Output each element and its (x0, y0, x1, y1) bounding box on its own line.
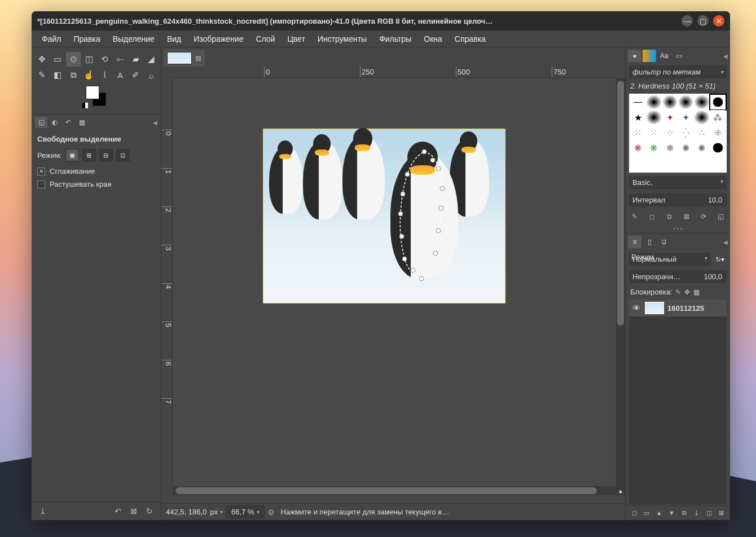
text-tool-icon[interactable]: A (113, 68, 128, 82)
paintbrush-tool-icon[interactable]: ✎ (35, 68, 50, 82)
navigation-icon[interactable]: ▲ (616, 486, 625, 495)
history-tab-icon[interactable]: ▭ (672, 50, 685, 62)
mode-subtract-icon[interactable]: ⊟ (99, 149, 113, 161)
close-button[interactable]: ✕ (713, 15, 724, 27)
dock-menu-icon[interactable]: ◀ (723, 53, 728, 59)
mask-layer-icon[interactable]: ◫ (704, 508, 714, 518)
raise-layer-icon[interactable]: ▲ (654, 508, 664, 518)
brush-item[interactable]: ⁙ (646, 125, 661, 140)
layer-row[interactable]: 👁 160112125 (629, 300, 727, 316)
mode-intersect-icon[interactable]: ⊡ (116, 149, 130, 161)
layer-thumbnail[interactable] (645, 302, 664, 314)
delete-preset-icon[interactable]: ⊠ (128, 505, 139, 517)
brush-item[interactable]: ❋ (646, 140, 661, 155)
dock-menu-icon[interactable]: ◀ (723, 239, 728, 245)
layer-opacity-field[interactable]: Непрозрачн… 100,0 (629, 270, 727, 283)
new-brush-icon[interactable]: ◻ (647, 211, 658, 222)
unit-selector[interactable]: px▾ (210, 508, 223, 516)
free-select-tool-icon[interactable]: ⊙ (66, 52, 81, 67)
layer-visibility-icon[interactable]: 👁 (631, 303, 641, 312)
brush-item[interactable]: ⁙ (630, 125, 645, 140)
mode-switch-icon[interactable]: ↻▾ (713, 253, 727, 266)
menu-colors[interactable]: Цвет (283, 32, 309, 46)
titlebar[interactable]: *[160112125613_penguins_walking_624x460_… (32, 11, 730, 30)
menu-select[interactable]: Выделение (108, 32, 159, 46)
edit-brush-icon[interactable]: ✎ (629, 211, 640, 222)
duplicate-brush-icon[interactable]: ⧉ (663, 211, 675, 222)
brush-item[interactable] (710, 140, 726, 155)
refresh-brushes-icon[interactable]: ⟳ (698, 211, 709, 222)
mode-add-icon[interactable]: ⊞ (82, 149, 96, 161)
menu-edit[interactable]: Правка (69, 32, 104, 46)
brush-item[interactable]: ⁜ (710, 125, 726, 140)
vertical-scrollbar[interactable] (616, 78, 625, 486)
device-status-tab-icon[interactable]: ◐ (49, 117, 61, 128)
new-group-icon[interactable]: ▭ (641, 508, 652, 518)
color-picker-tool-icon[interactable]: ✐ (129, 68, 143, 82)
brush-grid[interactable]: — ★ ✦ ✦ ⁂ ⁙ ⁙ ⁘ ⁛ ∴ ⁜ ❋ ❋ ❋ (629, 94, 727, 173)
menu-tools[interactable]: Инструменты (313, 32, 371, 46)
brush-item[interactable]: ❋ (630, 140, 645, 155)
fg-color-swatch[interactable] (86, 86, 99, 99)
horizontal-ruler[interactable]: 0 250 500 750 (173, 67, 616, 78)
brush-item[interactable]: ⁛ (678, 125, 693, 140)
paths-tab-icon[interactable]: ⫑ (657, 236, 671, 248)
brush-item[interactable]: ✺ (694, 140, 709, 155)
brush-item[interactable]: ❋ (662, 140, 678, 155)
brush-item[interactable]: ⁘ (662, 125, 678, 140)
antialias-checkbox[interactable]: Сглаживание (37, 167, 155, 175)
menu-file[interactable]: Файл (37, 32, 65, 46)
brush-item[interactable]: ⁂ (710, 110, 726, 125)
brush-item[interactable]: ✦ (662, 110, 678, 125)
zoom-tool-icon[interactable]: ⌕ (144, 68, 159, 82)
smudge-tool-icon[interactable]: ☝ (82, 68, 96, 82)
image-tab[interactable]: ⊠ (164, 50, 205, 67)
layers-tab-icon[interactable]: ≡ (628, 236, 641, 248)
rect-select-tool-icon[interactable]: ▭ (51, 52, 65, 67)
patterns-tab-icon[interactable] (643, 50, 656, 62)
default-colors-icon[interactable] (82, 103, 88, 108)
menu-image[interactable]: Изображение (189, 32, 248, 46)
mode-replace-icon[interactable]: ▣ (65, 149, 79, 161)
tab-close-icon[interactable]: ⊠ (195, 54, 201, 63)
delete-brush-icon[interactable]: ⊠ (681, 211, 692, 222)
brush-item[interactable] (646, 110, 661, 125)
brush-item[interactable] (662, 95, 678, 109)
move-tool-icon[interactable]: ✥ (35, 52, 50, 67)
tool-options-tab-icon[interactable]: ◱ (35, 117, 47, 128)
menu-layer[interactable]: Слой (251, 32, 279, 46)
brush-item[interactable]: — (630, 95, 645, 109)
color-swatch[interactable] (82, 86, 111, 108)
eraser-tool-icon[interactable]: ◧ (51, 68, 65, 82)
duplicate-layer-icon[interactable]: ⧉ (679, 508, 689, 518)
vertical-ruler[interactable]: 0 1 2 3 4 5 6 7 (161, 78, 173, 486)
brush-item[interactable]: ✺ (678, 140, 693, 155)
horizontal-scrollbar[interactable] (173, 486, 616, 495)
lock-pixels-icon[interactable]: ✎ (675, 288, 681, 296)
new-layer-icon[interactable]: ◻ (629, 508, 639, 518)
brush-item[interactable] (678, 95, 693, 109)
warp-tool-icon[interactable]: ⟜ (113, 52, 128, 67)
lock-alpha-icon[interactable]: ▦ (693, 288, 700, 296)
menu-filters[interactable]: Фильтры (375, 32, 416, 46)
merge-down-icon[interactable]: ⤓ (692, 508, 702, 518)
brush-item[interactable] (646, 95, 661, 109)
gradient-tool-icon[interactable]: ◢ (144, 52, 159, 67)
brush-item[interactable] (694, 95, 709, 109)
paths-tool-icon[interactable]: ⌇ (98, 68, 112, 82)
fonts-tab-icon[interactable]: Aa (657, 50, 671, 62)
bucket-fill-tool-icon[interactable]: ▰ (129, 52, 143, 67)
minimize-button[interactable]: — (682, 15, 693, 27)
clone-tool-icon[interactable]: ⧉ (66, 68, 81, 82)
zoom-selector[interactable]: 66,7 %▾ (226, 505, 264, 518)
maximize-button[interactable]: ▢ (697, 15, 709, 27)
channels-tab-icon[interactable]: ▯ (643, 236, 656, 248)
brush-item[interactable]: ★ (630, 110, 645, 125)
dock-resize-handle[interactable]: • • • (626, 225, 730, 233)
open-as-image-icon[interactable]: ◱ (715, 211, 727, 222)
transform-tool-icon[interactable]: ⟲ (98, 52, 112, 67)
brush-spacing-field[interactable]: Интервал 10,0 (629, 193, 727, 206)
brush-item[interactable]: ∴ (694, 125, 709, 140)
brush-filter-input[interactable]: фильтр по меткам▾ (629, 65, 727, 78)
feather-checkbox[interactable]: Растушевать края (37, 180, 155, 188)
